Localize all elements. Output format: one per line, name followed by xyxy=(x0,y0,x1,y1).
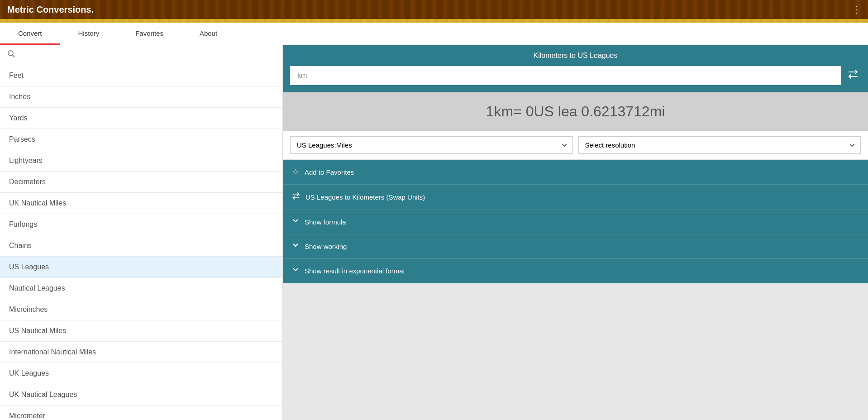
ruler-decoration xyxy=(0,19,868,23)
sidebar-list: Feet Inches Yards Parsecs Lightyears Dec… xyxy=(0,65,282,420)
star-icon: ☆ xyxy=(292,167,299,177)
list-item[interactable]: Micrometer xyxy=(0,406,282,420)
show-working-row[interactable]: Show working xyxy=(283,234,868,259)
show-working-label: Show working xyxy=(305,243,347,250)
show-exponential-row[interactable]: Show result in exponential format xyxy=(283,259,868,283)
svg-line-1 xyxy=(13,55,15,57)
swap-units-label: US Leagues to Kilometers (Swap Units) xyxy=(305,193,425,201)
list-item[interactable]: Parsecs xyxy=(0,129,282,150)
show-exponential-label: Show result in exponential format xyxy=(305,267,405,275)
result-display: 1km= 0US lea 0.6213712mi xyxy=(283,92,868,131)
main-layout: Feet Inches Yards Parsecs Lightyears Dec… xyxy=(0,45,868,420)
search-bar xyxy=(0,45,282,65)
converter-panel: Kilometers to US Leagues xyxy=(283,45,868,92)
list-item[interactable]: Yards xyxy=(0,108,282,129)
converter-title: Kilometers to US Leagues xyxy=(283,45,868,66)
show-formula-label: Show formula xyxy=(305,218,346,226)
list-item[interactable]: UK Nautical Miles xyxy=(0,193,282,214)
content-area: Kilometers to US Leagues 1km= 0US lea 0.… xyxy=(283,45,868,420)
list-item[interactable]: Microinches xyxy=(0,299,282,320)
list-item-us-leagues[interactable]: US Leagues xyxy=(0,257,282,278)
tab-history[interactable]: History xyxy=(60,24,118,45)
chevron-down-icon xyxy=(292,266,299,276)
resolution-dropdown[interactable]: Select resolution 1 2 3 4 5 6 7 8 xyxy=(578,136,861,154)
list-item[interactable]: Lightyears xyxy=(0,150,282,172)
action-rows: ☆ Add to Favorites US Leagues to Kilomet… xyxy=(283,160,868,283)
list-item[interactable]: International Nautical Miles xyxy=(0,342,282,363)
search-input[interactable] xyxy=(19,51,275,59)
list-item[interactable]: Chains xyxy=(0,235,282,257)
add-favorites-label: Add to Favorites xyxy=(305,168,354,176)
add-favorites-row[interactable]: ☆ Add to Favorites xyxy=(283,160,868,185)
dropdowns-row: US Leagues:Miles US Leagues Miles Select… xyxy=(283,131,868,160)
list-item[interactable]: Feet xyxy=(0,65,282,86)
nav-tabs: Convert History Favorites About xyxy=(0,23,868,45)
sidebar: Feet Inches Yards Parsecs Lightyears Dec… xyxy=(0,45,283,420)
list-item[interactable]: Furlongs xyxy=(0,214,282,235)
list-item[interactable]: UK Nautical Leagues xyxy=(0,384,282,406)
list-item[interactable]: Inches xyxy=(0,86,282,108)
list-item[interactable]: Nautical Leagues xyxy=(0,278,282,299)
chevron-down-icon xyxy=(292,242,299,251)
chevron-down-icon xyxy=(292,217,299,227)
converter-input[interactable] xyxy=(290,66,841,85)
swap-button[interactable] xyxy=(845,67,861,85)
list-item[interactable]: US Nautical Miles xyxy=(0,320,282,342)
list-item[interactable]: UK Leagues xyxy=(0,363,282,384)
converter-input-row xyxy=(283,66,868,92)
app-title: Metric Conversions. xyxy=(7,5,94,15)
menu-icon[interactable]: ⋮ xyxy=(852,4,861,15)
search-icon xyxy=(7,50,15,60)
format-dropdown[interactable]: US Leagues:Miles US Leagues Miles xyxy=(290,136,573,154)
show-formula-row[interactable]: Show formula xyxy=(283,210,868,234)
tab-about[interactable]: About xyxy=(181,24,235,45)
app-header: Metric Conversions. ⋮ xyxy=(0,0,868,19)
swap-icon xyxy=(292,192,300,202)
swap-units-row[interactable]: US Leagues to Kilometers (Swap Units) xyxy=(283,185,868,210)
tab-convert[interactable]: Convert xyxy=(0,24,60,45)
result-text: 1km= 0US lea 0.6213712mi xyxy=(486,103,665,119)
list-item[interactable]: Decimeters xyxy=(0,172,282,193)
tab-favorites[interactable]: Favorites xyxy=(117,24,181,45)
